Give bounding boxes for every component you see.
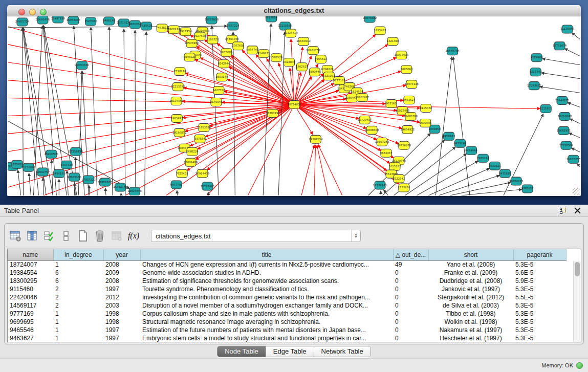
graph-node[interactable]: 10654112: [509, 177, 523, 185]
graph-node[interactable]: 9463627: [403, 96, 415, 104]
tab-node-table[interactable]: Node Table: [217, 346, 266, 357]
graph-node[interactable]: 17016504: [559, 141, 574, 149]
citation-edge-red[interactable]: [294, 105, 313, 135]
graph-node[interactable]: 6466160: [103, 17, 116, 25]
column-header-title[interactable]: title: [140, 249, 393, 260]
graph-node[interactable]: 8471676: [499, 169, 512, 178]
graph-node[interactable]: 16543982: [185, 39, 199, 48]
graph-node[interactable]: 16961758: [306, 47, 320, 55]
graph-node[interactable]: 12093852: [527, 82, 541, 90]
graph-node[interactable]: 7955812: [315, 55, 327, 63]
graph-node[interactable]: 9927508: [194, 32, 207, 40]
table-row[interactable]: 911546021997Tourette syndrome. Phenomeno…: [8, 285, 566, 293]
graph-node[interactable]: 9457791: [170, 181, 183, 189]
zoom-button[interactable]: [40, 9, 47, 15]
tab-network-table[interactable]: Network Table: [314, 346, 371, 357]
graph-node[interactable]: 4671358: [129, 20, 142, 29]
citation-edge-red[interactable]: [8, 27, 294, 105]
close-panel-button[interactable]: [574, 207, 581, 214]
delete-column-button[interactable]: [93, 229, 106, 243]
graph-node[interactable]: 7632621: [489, 162, 501, 170]
graph-node[interactable]: 16033809: [205, 16, 219, 24]
graph-node[interactable]: 8813054: [265, 16, 278, 22]
citation-edge-black[interactable]: [18, 170, 21, 195]
graph-node[interactable]: 19756928: [397, 141, 411, 149]
graph-node[interactable]: 9115460: [420, 104, 432, 113]
tab-edge-table[interactable]: Edge Table: [266, 346, 314, 357]
graph-node[interactable]: 1733426: [398, 184, 410, 192]
graph-node[interactable]: 16640910: [296, 37, 311, 46]
create-column-button[interactable]: [76, 229, 90, 243]
graph-node[interactable]: 9242844: [217, 60, 230, 68]
citation-edge-black[interactable]: [577, 163, 580, 167]
column-header-in_degree[interactable]: in_degree: [53, 249, 103, 260]
graph-node[interactable]: 9777169: [333, 77, 346, 85]
graph-node[interactable]: 8912954: [180, 28, 192, 36]
citation-network-graph[interactable]: 1872400718300295193845542405572420691406…: [8, 16, 580, 195]
citation-edge-black[interactable]: [381, 191, 381, 195]
graph-node[interactable]: 12213383: [171, 83, 185, 91]
graph-node[interactable]: 16495768: [404, 112, 418, 120]
graph-node[interactable]: 962160: [386, 100, 397, 108]
citation-edge-black[interactable]: [109, 27, 113, 195]
graph-node[interactable]: 16914479: [195, 169, 210, 178]
table-row[interactable]: 1456911722003Disruption of a novel membe…: [8, 301, 566, 310]
citation-edge-red[interactable]: [317, 145, 328, 195]
graph-node[interactable]: 24055724: [15, 18, 30, 26]
network-canvas[interactable]: 1872400718300295193845542405572420691406…: [8, 16, 580, 195]
graph-node[interactable]: 1454191: [53, 169, 65, 178]
citation-edge-red[interactable]: [248, 105, 294, 195]
graph-node[interactable]: 14136141: [373, 181, 387, 189]
citation-edge-black[interactable]: [121, 193, 121, 195]
graph-node[interactable]: 8990448: [309, 68, 321, 76]
graph-node[interactable]: 10807487: [355, 94, 369, 102]
table-row[interactable]: 1830029562008Estimation of significance …: [8, 277, 566, 285]
citation-edge-black[interactable]: [43, 178, 44, 195]
graph-node[interactable]: 20206535: [45, 150, 58, 158]
citation-edge-red[interactable]: [229, 67, 294, 104]
graph-node[interactable]: 2718126: [174, 68, 187, 76]
graph-node[interactable]: 7463822: [156, 24, 168, 32]
graph-node[interactable]: 19166852: [172, 128, 186, 137]
show-hide-columns-button[interactable]: [26, 229, 39, 243]
network-window-titlebar[interactable]: citations_edges.txt: [7, 5, 581, 16]
graph-node[interactable]: 15751074: [553, 42, 567, 50]
graph-node[interactable]: 11675335: [567, 155, 580, 163]
graph-node[interactable]: 20876882: [363, 16, 377, 23]
graph-node[interactable]: 16648784: [445, 47, 460, 55]
graph-node[interactable]: 5960124: [168, 26, 181, 34]
graph-node-hub[interactable]: 18724007: [287, 101, 301, 109]
graph-node[interactable]: 1615182: [388, 162, 401, 170]
graph-node[interactable]: 20691406: [36, 16, 50, 24]
graph-node[interactable]: 8958923: [443, 132, 455, 140]
citation-edge-black[interactable]: [8, 26, 228, 28]
citation-edge-black[interactable]: [542, 59, 580, 65]
column-header-short[interactable]: short: [428, 249, 513, 260]
citation-edge-black[interactable]: [571, 148, 580, 152]
graph-node[interactable]: 16782759: [113, 183, 127, 191]
graph-node[interactable]: 12942757: [36, 168, 50, 176]
select-all-button[interactable]: [42, 229, 56, 243]
citation-edge-black[interactable]: [564, 49, 580, 56]
citation-edge-black[interactable]: [570, 119, 580, 123]
table-selector-dropdown[interactable]: citations_edges.txt ▲▼: [151, 230, 361, 242]
graph-node[interactable]: 8427552: [212, 86, 225, 95]
graph-node[interactable]: 10688609: [365, 126, 379, 134]
citation-edge-red[interactable]: [318, 144, 342, 195]
citation-edge-red[interactable]: [291, 39, 294, 105]
graph-node[interactable]: 9184067: [380, 149, 393, 157]
graph-node[interactable]: 587834: [194, 135, 205, 143]
citation-edge-black[interactable]: [124, 29, 125, 195]
citation-edge-red[interactable]: [294, 47, 302, 105]
graph-node[interactable]: 1527602: [84, 17, 97, 26]
column-settings-button[interactable]: [9, 229, 22, 243]
graph-node[interactable]: 15692971: [557, 126, 571, 135]
scrollbar-thumb[interactable]: [575, 262, 580, 276]
graph-node[interactable]: 12444135: [555, 97, 569, 105]
citation-edge-black[interactable]: [75, 183, 75, 195]
graph-node[interactable]: 9896028: [184, 53, 197, 61]
column-header-out_de[interactable]: △ out_de...: [393, 249, 428, 260]
graph-node[interactable]: 10325419: [284, 29, 298, 37]
graph-node[interactable]: 16210643: [558, 112, 572, 120]
citation-edge-black[interactable]: [569, 133, 580, 138]
